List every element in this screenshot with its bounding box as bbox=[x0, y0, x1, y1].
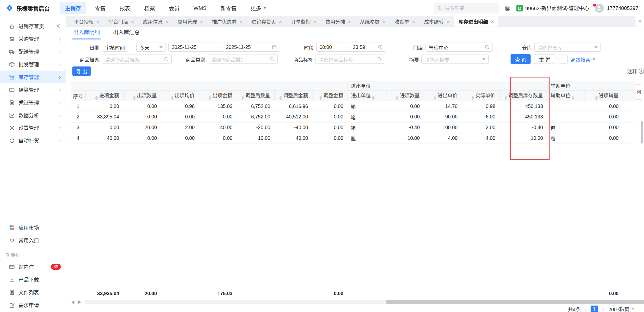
prev-page-button[interactable]: ‹ bbox=[585, 306, 587, 312]
scroll-left-button[interactable] bbox=[71, 300, 74, 304]
column-header[interactable]: 出项数量 bbox=[123, 90, 161, 101]
column-header[interactable]: 进项金额 bbox=[85, 90, 123, 101]
workspace-tab[interactable]: 成本结转× bbox=[420, 16, 454, 26]
workspace-tab[interactable]: 平台门店× bbox=[104, 16, 138, 26]
table-row[interactable]: 10.000.000.98135.036,752.006,616.960.00箱… bbox=[71, 101, 635, 112]
column-header[interactable]: 辅助单位 bbox=[547, 90, 584, 101]
date-type-select[interactable]: 审核时间 bbox=[102, 43, 127, 51]
top-nav-item[interactable]: 更多 bbox=[245, 2, 272, 14]
workspace-tab[interactable]: 平台授权× bbox=[69, 16, 104, 26]
workspace-tab[interactable]: 应用管理× bbox=[173, 16, 207, 26]
page-size-select[interactable]: 200 条/页 bbox=[608, 305, 635, 312]
workspace-tab[interactable]: 系统参数× bbox=[355, 16, 390, 26]
column-header[interactable]: 调整后数量 bbox=[237, 90, 274, 101]
close-icon[interactable]: × bbox=[412, 19, 415, 24]
close-icon[interactable]: × bbox=[447, 19, 449, 24]
sidebar-item[interactable]: 产品下载 bbox=[0, 273, 66, 286]
top-nav-item[interactable]: WMS bbox=[188, 3, 212, 13]
table-row[interactable]: 30.0020.002.0040.00-20.00-40.000.00箱-0.4… bbox=[71, 122, 635, 133]
column-header[interactable]: 调整金额 bbox=[312, 90, 347, 101]
close-icon[interactable]: × bbox=[491, 19, 494, 24]
column-settings-tab[interactable]: 列 bbox=[635, 84, 642, 100]
sidebar-item[interactable]: 站内信89 bbox=[0, 261, 66, 273]
printer-icon[interactable] bbox=[504, 5, 511, 11]
note-link[interactable]: 注释 ? bbox=[627, 68, 644, 75]
sidebar-item[interactable]: 需求申请 bbox=[0, 299, 66, 311]
user-menu[interactable]: 17774005297 bbox=[595, 4, 640, 12]
global-search[interactable] bbox=[434, 3, 499, 13]
date-range-picker[interactable]: 2025-11-25 → 2025-11-25 bbox=[168, 43, 280, 51]
warehouse-select[interactable]: 请选择仓库 bbox=[534, 43, 601, 51]
table-row[interactable]: 233,895.040.000.000.006,752.0040,512.000… bbox=[71, 112, 635, 122]
workspace-tab[interactable]: 应用信息× bbox=[138, 16, 173, 26]
workspace-tab[interactable]: 库存进出明细× bbox=[454, 16, 498, 26]
column-header[interactable]: 出项均价 bbox=[161, 90, 199, 101]
column-header[interactable]: 进出单价 bbox=[424, 90, 462, 101]
horizontal-scrollbar-track[interactable] bbox=[85, 300, 635, 304]
top-nav-item[interactable]: 档案 bbox=[139, 2, 160, 14]
top-nav-item[interactable]: 报表 bbox=[114, 2, 136, 14]
column-header[interactable]: 调整后金额 bbox=[274, 90, 312, 101]
workspace-tab[interactable]: 进销存首页× bbox=[247, 16, 286, 26]
top-nav-item[interactable]: 进销存 bbox=[60, 2, 86, 14]
top-nav-item[interactable]: 会员 bbox=[163, 2, 185, 14]
close-icon[interactable]: × bbox=[348, 19, 351, 24]
sidebar-item[interactable]: 凭证管理› bbox=[0, 96, 66, 109]
top-nav-item[interactable]: 零售 bbox=[90, 2, 111, 14]
tab-overflow-button[interactable] bbox=[635, 16, 644, 26]
time-range-picker[interactable]: 00:00 → 23:59 bbox=[316, 43, 386, 51]
close-icon[interactable]: × bbox=[279, 19, 282, 24]
sub-tab[interactable]: 出入库明细 bbox=[72, 27, 100, 39]
column-header[interactable]: 进项数量 bbox=[386, 90, 424, 101]
summary-select[interactable]: 请输入摘要 bbox=[421, 55, 489, 63]
column-header[interactable]: 进出单位 bbox=[347, 90, 386, 101]
sidebar-item[interactable]: 库存管理› bbox=[0, 71, 66, 83]
workspace-tab[interactable]: 推广优惠券× bbox=[207, 16, 247, 26]
sidebar-item[interactable]: 采购管理› bbox=[0, 32, 66, 45]
global-search-input[interactable] bbox=[445, 5, 496, 11]
close-icon[interactable]: × bbox=[131, 19, 134, 24]
page-number-button[interactable]: 1 bbox=[591, 305, 598, 312]
sidebar-item[interactable]: 应用市场 bbox=[0, 221, 66, 234]
tenant-switcher[interactable]: 99662-新界面测试-管理中心 bbox=[516, 4, 589, 12]
next-page-button[interactable]: › bbox=[602, 306, 604, 312]
scroll-right-button[interactable] bbox=[78, 300, 81, 304]
saved-filters-button[interactable] bbox=[559, 55, 567, 63]
close-icon[interactable]: × bbox=[166, 19, 168, 24]
vertical-scrollbar-thumb[interactable] bbox=[641, 121, 643, 144]
sidebar-item[interactable]: 进销存首页 bbox=[0, 20, 66, 32]
table-row[interactable]: 440.000.000.000.0010.0040.000.00瓶10.004.… bbox=[71, 133, 635, 144]
sidebar-item[interactable]: 文件列表 bbox=[0, 286, 66, 299]
tag-input[interactable]: 请选择商品标签 bbox=[315, 55, 385, 63]
top-nav-item[interactable]: 新零售 bbox=[215, 2, 242, 14]
sidebar-item[interactable]: 结算管理› bbox=[0, 83, 66, 96]
column-header[interactable]: 出项金额 bbox=[199, 90, 236, 101]
app-logo[interactable]: 乐檬零售后台 bbox=[6, 4, 50, 12]
export-button[interactable]: 导 出 bbox=[72, 66, 91, 76]
close-icon[interactable]: × bbox=[313, 19, 316, 24]
sidebar-item[interactable]: 常用入口 bbox=[0, 234, 66, 247]
workspace-tab[interactable]: 收货单× bbox=[390, 16, 420, 26]
advanced-search-link[interactable]: 高级搜索 bbox=[571, 56, 596, 62]
sidebar-item[interactable]: 批发管理› bbox=[0, 58, 66, 71]
category-input[interactable]: 请选择商品类别 bbox=[208, 55, 278, 63]
column-header[interactable]: 实际单价 bbox=[462, 90, 499, 101]
date-preset-select[interactable]: 今天 bbox=[136, 43, 166, 51]
store-input[interactable]: 管理中心 bbox=[425, 43, 493, 51]
column-header[interactable]: 进项辅量 bbox=[584, 90, 623, 101]
workspace-tab[interactable]: 费用分摊× bbox=[321, 16, 355, 26]
sub-tab[interactable]: 出入库汇总 bbox=[112, 27, 141, 39]
sidebar-item[interactable]: 配送管理› bbox=[0, 45, 66, 58]
close-icon[interactable]: × bbox=[200, 19, 203, 24]
sidebar-item[interactable]: 设置管理› bbox=[0, 121, 66, 134]
sidebar-item[interactable]: 数据分析› bbox=[0, 109, 66, 121]
column-header[interactable]: 调整后库存数量 bbox=[499, 90, 547, 101]
workspace-tab[interactable]: 订单监控× bbox=[286, 16, 321, 26]
sidebar-item[interactable]: 自动补货› bbox=[0, 134, 66, 147]
search-button[interactable]: 查 询 bbox=[511, 54, 531, 64]
horizontal-scrollbar-thumb[interactable] bbox=[386, 300, 644, 304]
close-icon[interactable]: × bbox=[383, 19, 385, 24]
reset-button[interactable]: 重 置 bbox=[534, 54, 555, 64]
product-input[interactable]: 请选择商品档案 bbox=[102, 55, 172, 63]
close-icon[interactable]: × bbox=[239, 19, 242, 24]
